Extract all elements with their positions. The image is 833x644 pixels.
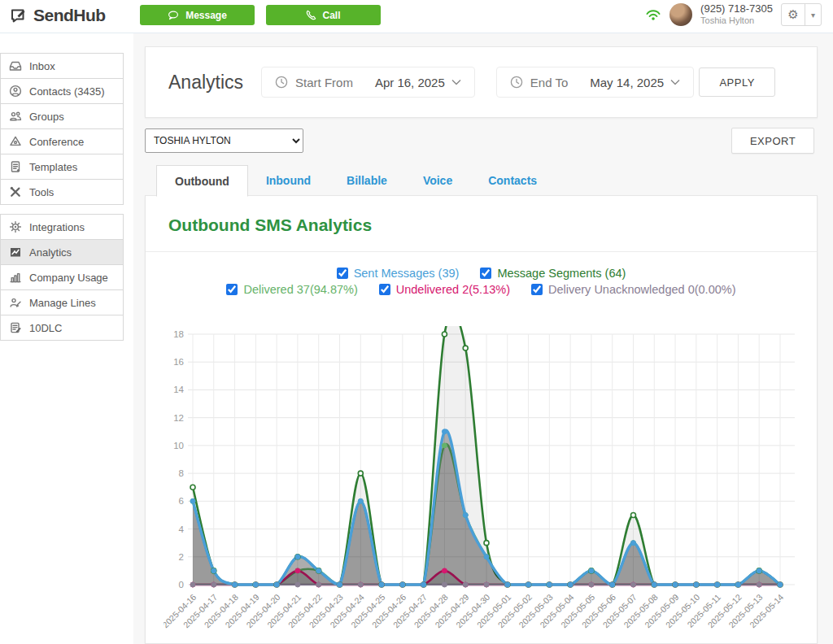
sidebar-item-conference[interactable]: Conference [0, 128, 124, 154]
sidebar-item-label: Contacts (3435) [29, 85, 105, 98]
settings-split-button: ⚙ ▾ [781, 3, 822, 26]
start-date-value[interactable]: Apr 16, 2025 [375, 76, 461, 89]
sidebar-item-integrations[interactable]: Integrations [0, 214, 124, 240]
sidebar: InboxContacts (3435)GroupsConferenceTemp… [0, 54, 124, 350]
settings-caret-icon[interactable]: ▾ [805, 4, 821, 25]
end-date-value[interactable]: May 14, 2025 [590, 76, 680, 89]
tab-inbound[interactable]: Inbound [248, 165, 329, 196]
sidebar-item-label: 10DLC [29, 322, 62, 334]
gear-icon[interactable]: ⚙ [782, 4, 805, 25]
y-axis-tick-label: 14 [173, 385, 184, 394]
legend-item-delivered[interactable]: Delivered 37(94.87%) [226, 283, 357, 296]
y-axis-tick-label: 6 [179, 496, 184, 506]
tab-voice[interactable]: Voice [405, 165, 470, 196]
outbound-analytics-card: Outbound SMS Analytics Sent Messages (39… [145, 195, 818, 644]
clock-icon [275, 76, 288, 89]
sidebar-item-inbox[interactable]: Inbox [0, 53, 124, 79]
sidebar-item-label: Tools [29, 186, 54, 198]
sidebar-item-10dlc[interactable]: 10DLC [0, 315, 124, 341]
sidebar-item-label: Integrations [29, 221, 85, 233]
start-date-picker[interactable]: Start From Apr 16, 2025 [261, 67, 475, 98]
sidebar-item-label: Conference [29, 136, 84, 148]
end-date-picker[interactable]: End To May 14, 2025 [496, 67, 694, 98]
sendhub-logo-icon [10, 7, 28, 24]
y-axis-tick-label: 2 [179, 552, 184, 562]
chart-container: 0246810121416182025-04-162025-04-172025-… [164, 326, 806, 644]
conference-icon [9, 135, 22, 148]
sidebar-item-label: Inbox [29, 60, 55, 72]
integrations-icon [9, 220, 22, 233]
inbox-icon [9, 59, 22, 72]
legend-item-sent[interactable]: Sent Messages (39) [337, 267, 460, 280]
templates-icon [9, 160, 22, 173]
tab-contacts[interactable]: Contacts [470, 165, 555, 196]
legend-item-delivery[interactable]: Delivery Unacknowledged 0(0.00%) [531, 283, 736, 296]
legend-checkbox[interactable] [480, 268, 491, 279]
message-button[interactable]: Message [140, 5, 255, 25]
y-axis-tick-label: 16 [173, 357, 184, 367]
clock-icon [510, 76, 523, 89]
message-button-label: Message [185, 10, 227, 21]
account-info: (925) 718-7305 Toshia Hylton [700, 3, 773, 26]
legend-label: Delivery Unacknowledged 0(0.00%) [548, 283, 736, 296]
chevron-down-icon [451, 79, 461, 85]
chart-legend: Sent Messages (39)Message Segments (64)D… [146, 267, 817, 296]
legend-label: Delivered 37(94.87%) [243, 283, 357, 296]
legend-checkbox[interactable] [226, 284, 238, 295]
line-select[interactable]: TOSHIA HYLTON [145, 128, 303, 153]
sidebar-item-analytics[interactable]: Analytics [0, 239, 124, 265]
groups-icon [9, 110, 22, 123]
sidebar-item-label: Analytics [29, 246, 72, 259]
outbound-analytics-chart[interactable]: 0246810121416182025-04-162025-04-172025-… [164, 326, 806, 644]
sidebar-item-contacts-3435[interactable]: Contacts (3435) [0, 78, 124, 104]
section-divider [146, 251, 817, 252]
legend-checkbox[interactable] [337, 268, 348, 279]
end-date-label: End To [530, 76, 568, 89]
company-usage-icon [9, 271, 22, 284]
brand-name: SendHub [33, 6, 106, 25]
page-title: Analytics [168, 72, 243, 94]
manage-lines-icon [9, 296, 22, 309]
sidebar-item-label: Manage Lines [29, 297, 96, 309]
section-title: Outbound SMS Analytics [146, 196, 817, 251]
phone-icon [306, 10, 316, 20]
legend-label: Sent Messages (39) [354, 267, 460, 280]
call-button-label: Call [322, 10, 340, 21]
sidebar-item-templates[interactable]: Templates [0, 154, 124, 180]
analytics-icon [9, 246, 22, 259]
y-axis-tick-label: 10 [173, 441, 184, 450]
sidebar-item-label: Templates [29, 161, 77, 173]
call-button[interactable]: Call [266, 5, 381, 25]
account-user-name: Toshia Hylton [700, 15, 773, 26]
user-avatar[interactable] [669, 3, 692, 26]
tab-outbound[interactable]: Outbound [156, 165, 248, 197]
legend-item-undelivered[interactable]: Undelivered 2(5.13%) [379, 283, 510, 296]
y-axis-tick-label: 0 [179, 580, 184, 590]
sidebar-item-groups[interactable]: Groups [0, 103, 124, 129]
tools-icon [9, 185, 22, 198]
y-axis-tick-label: 8 [179, 468, 184, 478]
chat-bubble-icon [168, 11, 180, 20]
sidebar-item-label: Company Usage [29, 272, 108, 284]
sendhub-logo[interactable]: SendHub [10, 6, 106, 25]
y-axis-tick-label: 4 [179, 524, 185, 534]
apply-button[interactable]: APPLY [699, 67, 775, 97]
tab-billable[interactable]: Billable [329, 165, 405, 196]
analytics-filter-card: Analytics Start From Apr 16, 2025 End To… [145, 46, 818, 118]
legend-item-message[interactable]: Message Segments (64) [480, 267, 626, 280]
top-header: SendHub Message Call (925) 718-7305 Tosh… [0, 0, 833, 33]
export-button[interactable]: EXPORT [731, 128, 814, 154]
sidebar-item-company-usage[interactable]: Company Usage [0, 264, 124, 290]
y-axis-tick-label: 12 [173, 413, 184, 423]
legend-checkbox[interactable] [379, 284, 390, 295]
sidebar-item-manage-lines[interactable]: Manage Lines [0, 289, 124, 315]
sidebar-item-label: Groups [29, 111, 64, 123]
start-date-label: Start From [295, 76, 353, 89]
sidebar-item-tools[interactable]: Tools [0, 179, 124, 205]
y-axis-tick-label: 18 [173, 329, 184, 339]
tendlc-icon [9, 321, 22, 334]
wifi-signal-icon [645, 8, 661, 21]
legend-label: Undelivered 2(5.13%) [396, 283, 510, 296]
legend-checkbox[interactable] [531, 284, 543, 295]
legend-label: Message Segments (64) [497, 267, 626, 280]
